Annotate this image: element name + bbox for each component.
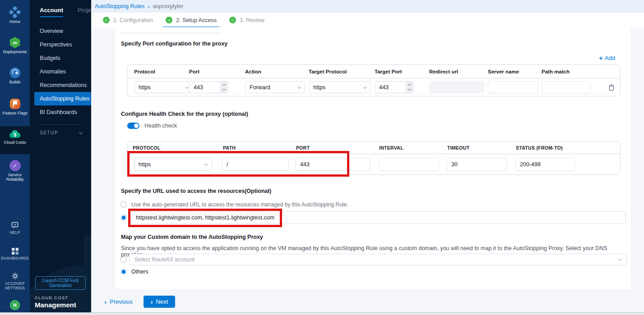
nav-home-label: Home: [9, 19, 20, 24]
nav-help-label: HELP: [9, 230, 20, 235]
tab-project[interactable]: Project: [78, 7, 91, 17]
horizontal-scrollbar[interactable]: [0, 312, 644, 315]
auto-url-option[interactable]: Use the auto-generated URL to access the…: [120, 201, 348, 208]
plus-icon: +: [599, 54, 603, 62]
sidebar-setup-toggle[interactable]: SETUP: [30, 130, 91, 135]
others-option[interactable]: Others: [120, 269, 148, 275]
nav-dashboards[interactable]: DASHBOARDS: [0, 248, 30, 260]
harness-logo-icon: [9, 6, 21, 18]
sidebar-item-overview[interactable]: Overview: [30, 24, 91, 38]
stepper-arrows-icon[interactable]: [220, 81, 227, 93]
col-hc-path: PATH: [223, 145, 236, 151]
port-stepper[interactable]: 443: [189, 81, 228, 93]
custom-url-option[interactable]: [120, 215, 127, 221]
stepper-arrows-icon[interactable]: [406, 81, 413, 93]
chevron-left-icon: ‹: [104, 298, 107, 306]
next-button[interactable]: › Next: [144, 296, 175, 308]
previous-label: Previous: [110, 298, 133, 305]
tab-account[interactable]: Account: [40, 7, 63, 17]
breadcrumb: AutoStopping Rules › asproxytyler: [91, 0, 644, 13]
col-target-protocol: Target Protocol: [309, 69, 375, 74]
check-circle-icon: ✓: [229, 17, 236, 23]
sidebar-menu: Overview Perspectives Budgets Anomalies …: [30, 24, 91, 119]
protocol-select[interactable]: https: [134, 81, 193, 93]
chevron-right-icon: ›: [151, 298, 153, 306]
health-check-title: Configure Health Check for the proxy (op…: [121, 111, 248, 117]
col-redirect-url: Redirect url: [429, 69, 488, 74]
port-table-header: Protocol Port Action Target Protocol Tar…: [127, 65, 620, 78]
wizard-step-setup-access[interactable]: ✓ 2. Setup Access: [163, 13, 219, 27]
next-label: Next: [156, 298, 168, 305]
port-value: 443: [190, 84, 220, 91]
server-name-input[interactable]: [488, 81, 538, 93]
svg-text:$: $: [13, 132, 16, 137]
target-port-stepper[interactable]: 443: [375, 81, 413, 93]
nav-home[interactable]: Home: [0, 6, 30, 24]
add-port-row-button[interactable]: + Add: [599, 54, 615, 62]
hc-interval-input[interactable]: [379, 158, 439, 171]
nav-account-settings[interactable]: ACCOUNT SETTINGS: [0, 272, 30, 290]
target-protocol-select[interactable]: https: [309, 81, 371, 93]
action-value: Forward: [250, 84, 270, 91]
nav-feature-flags[interactable]: Feature Flags: [0, 98, 30, 115]
nav-service-reliability[interactable]: ✓ Service Reliability: [0, 160, 30, 182]
sidebar-item-perspectives[interactable]: Perspectives: [30, 38, 91, 51]
radio-checked-icon[interactable]: [120, 215, 127, 221]
previous-button[interactable]: ‹ Previous: [98, 296, 139, 308]
setup-access-card: Specify Port configuration for the proxy…: [114, 27, 632, 290]
service-reliability-icon: ✓: [9, 160, 21, 171]
wizard-step-setup-access-label: 2. Setup Access: [176, 17, 217, 23]
add-label: Add: [605, 55, 615, 61]
breadcrumb-autostopping-rules-link[interactable]: AutoStopping Rules: [95, 3, 145, 9]
hc-status-input[interactable]: 200-499: [515, 158, 575, 171]
path-match-input[interactable]: [542, 81, 590, 93]
cloud-costs-icon: $: [9, 129, 21, 139]
ccm-sidebar: Account Project Overview Perspectives Bu…: [30, 0, 91, 315]
builds-icon: [9, 67, 21, 78]
chevron-down-icon: [185, 85, 189, 88]
dashboards-grid-icon: [12, 248, 19, 255]
delete-row-trash-icon[interactable]: [608, 84, 615, 91]
sidebar-item-bi-dashboards[interactable]: BI Dashboards: [30, 105, 91, 119]
radio-unchecked-icon[interactable]: [120, 201, 127, 208]
nav-cloud-costs[interactable]: $ Cloud Costs: [0, 129, 30, 145]
launch-ccm-first-gen-button[interactable]: Launch CCM First Generation: [35, 276, 86, 290]
check-circle-icon: ✓: [103, 17, 110, 23]
user-avatar-item[interactable]: N: [0, 300, 30, 310]
wizard-step-review-label: 3. Review: [240, 17, 264, 23]
sidebar-item-autostopping-rules[interactable]: AutoStopping Rules: [34, 92, 91, 105]
target-protocol-value: https: [313, 84, 325, 91]
health-check-toggle-row: Health check: [127, 123, 177, 129]
nav-builds-label: Builds: [9, 80, 21, 84]
deployments-icon: ∞: [9, 37, 21, 48]
nav-help[interactable]: ? HELP: [0, 222, 30, 235]
sidebar-item-anomalies[interactable]: Anomalies: [30, 65, 91, 78]
nav-deployments[interactable]: ∞ Deployments: [0, 37, 30, 54]
main-area: AutoStopping Rules › asproxytyler ✓ 1. C…: [91, 0, 644, 315]
port-config-title: Specify Port configuration for the proxy: [121, 41, 227, 47]
col-hc-timeout: TIMEOUT: [447, 145, 469, 151]
nav-cloud-costs-label: Cloud Costs: [4, 140, 26, 145]
hc-timeout-input[interactable]: 30: [447, 158, 507, 171]
chevron-down-icon: [79, 130, 83, 134]
nav-deployments-label: Deployments: [3, 50, 27, 54]
svg-text:?: ?: [14, 223, 16, 227]
wizard-step-review[interactable]: ✓ 3. Review: [227, 13, 267, 27]
setup-label: SETUP: [40, 130, 58, 135]
action-select[interactable]: Forward: [245, 81, 305, 93]
radio-checked-icon[interactable]: [120, 269, 127, 275]
wizard-step-configuration[interactable]: ✓ 1. Configuration: [100, 13, 156, 27]
sidebar-divider: [40, 124, 81, 125]
health-check-toggle[interactable]: [127, 123, 139, 129]
radio-unchecked-icon[interactable]: [120, 256, 127, 263]
help-chat-icon: ?: [11, 222, 19, 229]
sidebar-item-recommendations[interactable]: Recommendations: [30, 78, 91, 92]
auto-url-label: Use the auto-generated URL to access the…: [131, 201, 348, 208]
setup-access-content: Specify Port configuration for the proxy…: [91, 27, 644, 315]
col-target-port: Target Port: [375, 69, 429, 74]
sidebar-item-budgets[interactable]: Budgets: [30, 51, 91, 65]
scope-tabs: Account Project: [30, 0, 91, 17]
nav-builds[interactable]: Builds: [0, 67, 30, 84]
route53-account-select[interactable]: Select Route53 account: [129, 254, 627, 265]
route53-option[interactable]: [120, 256, 127, 263]
